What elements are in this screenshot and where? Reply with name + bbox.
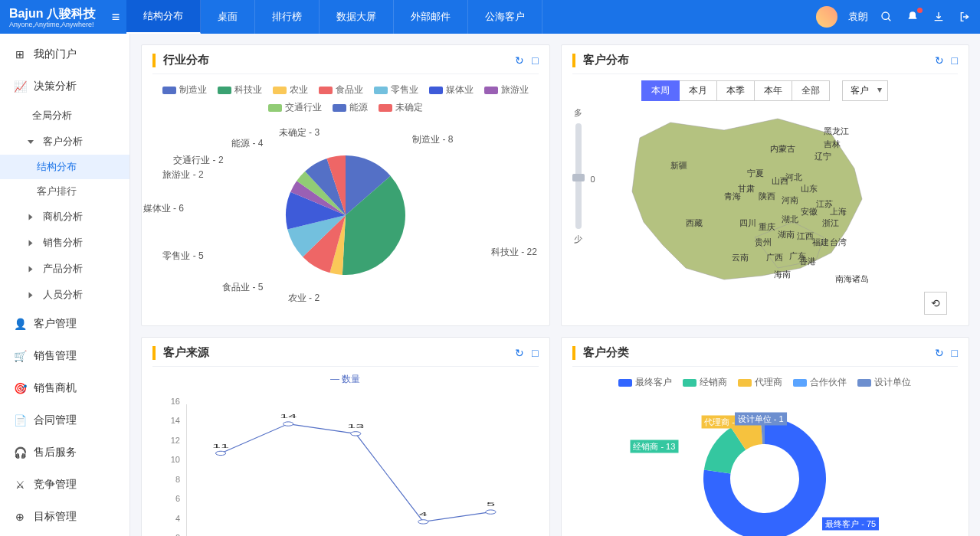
refresh-icon[interactable]: ↻ <box>515 347 524 359</box>
range-year[interactable]: 本年 <box>755 80 792 101</box>
tab-bigscreen[interactable]: 数据大屏 <box>320 0 394 34</box>
expand-icon[interactable]: □ <box>532 54 538 67</box>
legend-item[interactable]: 设计单位 <box>857 376 911 389</box>
svg-line-1 <box>888 18 890 21</box>
nav-customer-analysis[interactable]: 客户分析 <box>0 129 129 155</box>
refresh-icon[interactable]: ↻ <box>935 54 944 67</box>
file-icon: 📄 <box>14 414 26 427</box>
svg-point-36 <box>284 422 293 426</box>
tab-pool[interactable]: 公海客户 <box>468 0 542 34</box>
nav-structure[interactable]: 结构分布 <box>0 155 129 179</box>
legend-item[interactable]: 旅游业 <box>484 83 529 96</box>
nav-analysis[interactable]: 📈决策分析 <box>0 70 129 103</box>
nav-product-analysis[interactable]: 产品分析 <box>0 256 129 282</box>
pie-label: 能源 - 4 <box>231 136 263 149</box>
legend-item[interactable]: 食品业 <box>319 83 363 96</box>
range-all[interactable]: 全部 <box>792 80 830 101</box>
range-week[interactable]: 本周 <box>641 80 680 101</box>
legend-item[interactable]: 能源 <box>333 101 368 114</box>
legend-item[interactable]: 媒体业 <box>429 83 474 96</box>
legend-item[interactable]: 经销商 <box>683 376 727 389</box>
expand-icon[interactable]: □ <box>952 54 958 67</box>
line-legend: — 数量 <box>152 373 539 386</box>
line-chart: 161412108642 11141345 <box>152 389 539 536</box>
pie-label: 零售业 - 5 <box>162 249 203 262</box>
time-range: 本周 本月 本季 本年 全部 客户 <box>572 80 959 101</box>
person-icon: 👤 <box>14 318 26 330</box>
donut-label: 设计单位 - 1 <box>735 412 787 425</box>
panel-title: 行业分布 <box>163 53 515 67</box>
svg-text:宁夏: 宁夏 <box>747 168 764 178</box>
caret-down-icon <box>28 140 34 144</box>
range-quarter[interactable]: 本季 <box>717 80 755 101</box>
map-reset-icon[interactable]: ⟲ <box>924 292 947 315</box>
legend-item[interactable]: 最终客户 <box>618 376 672 389</box>
hamburger-icon[interactable]: ≡ <box>105 9 126 25</box>
svg-point-42 <box>486 510 496 514</box>
nav-compete[interactable]: ⚔竞争管理 <box>0 469 129 501</box>
nav-global[interactable]: 全局分析 <box>0 103 129 129</box>
nav-sales-analysis[interactable]: 销售分析 <box>0 230 129 256</box>
nav-portal[interactable]: ⊞我的门户 <box>0 38 129 70</box>
legend-item[interactable]: 代理商 <box>738 376 782 389</box>
panel-title: 客户来源 <box>163 345 515 360</box>
legend-item[interactable]: 制造业 <box>162 83 207 96</box>
panel-industry: 行业分布 ↻ □ 制造业科技业农业食品业零售业媒体业旅游业交通行业能源未确定 制… <box>141 44 550 326</box>
svg-text:新疆: 新疆 <box>670 161 687 170</box>
svg-text:山东: 山东 <box>801 184 818 193</box>
panel-customer-source: 客户来源 ↻ □ — 数量 161412108642 11141345 电话咨询… <box>141 337 550 536</box>
nav-person-analysis[interactable]: 人员分析 <box>0 282 129 308</box>
legend-item[interactable]: 未确定 <box>379 101 423 114</box>
donut-label: 经销商 - 13 <box>630 440 678 453</box>
username[interactable]: 袁朗 <box>848 10 868 24</box>
range-month[interactable]: 本月 <box>680 80 717 101</box>
tab-ranking[interactable]: 排行榜 <box>255 0 320 34</box>
svg-text:西藏: 西藏 <box>686 218 703 227</box>
legend-item[interactable]: 合作伙伴 <box>793 376 847 389</box>
nav-target[interactable]: ⊕目标管理 <box>0 501 129 533</box>
nav-customer-mgmt[interactable]: 👤客户管理 <box>0 308 129 340</box>
customer-select[interactable]: 客户 <box>842 80 888 101</box>
svg-text:福建: 福建 <box>812 237 829 247</box>
refresh-icon[interactable]: ↻ <box>515 54 524 67</box>
nav-customer-rank[interactable]: 客户排行 <box>0 179 129 204</box>
refresh-icon[interactable]: ↻ <box>935 347 944 359</box>
tab-desktop[interactable]: 桌面 <box>201 0 255 34</box>
pie-label: 食品业 - 5 <box>222 281 263 294</box>
download-icon[interactable] <box>931 9 946 25</box>
nav-contract[interactable]: 📄合同管理 <box>0 404 129 436</box>
density-slider[interactable]: 多 少 <box>572 107 585 245</box>
tab-structure[interactable]: 结构分布 <box>126 0 201 34</box>
svg-text:四川: 四川 <box>739 218 756 227</box>
svg-text:重庆: 重庆 <box>759 222 775 231</box>
tab-mail[interactable]: 外部邮件 <box>394 0 468 34</box>
nav-biz[interactable]: 商机分析 <box>0 204 129 230</box>
pie-label: 农业 - 2 <box>288 291 320 304</box>
svg-text:香港: 香港 <box>799 257 816 266</box>
svg-text:4: 4 <box>419 511 428 518</box>
expand-icon[interactable]: □ <box>952 347 958 359</box>
bell-icon[interactable] <box>905 9 920 25</box>
svg-text:吉林: 吉林 <box>824 139 841 149</box>
legend-item[interactable]: 科技业 <box>218 83 262 96</box>
nav-aftersale[interactable]: 🎧售后服务 <box>0 436 129 469</box>
donut-label: 最终客户 - 75 <box>822 518 879 531</box>
panel-accent <box>152 346 156 360</box>
panel-title: 客户分布 <box>583 53 935 67</box>
legend-item[interactable]: 交通行业 <box>268 101 322 114</box>
svg-text:海南: 海南 <box>774 270 791 279</box>
app-logo[interactable]: Bajun 八骏科技 Anyone,Anytime,Anywhere! <box>0 6 105 28</box>
nav-sales-opp[interactable]: 🎯销售商机 <box>0 372 129 404</box>
svg-text:辽宁: 辽宁 <box>814 152 831 161</box>
legend-item[interactable]: 零售业 <box>374 83 418 96</box>
nav-sales-mgmt[interactable]: 🛒销售管理 <box>0 340 129 372</box>
legend-item[interactable]: 农业 <box>273 83 308 96</box>
exit-icon[interactable] <box>957 9 972 25</box>
expand-icon[interactable]: □ <box>532 347 538 359</box>
user-avatar[interactable] <box>816 6 837 28</box>
search-icon[interactable] <box>879 9 894 25</box>
svg-text:11: 11 <box>212 442 229 449</box>
svg-text:14: 14 <box>280 413 297 420</box>
svg-text:内蒙古: 内蒙古 <box>770 144 795 153</box>
china-map[interactable]: 黑龙江吉林辽宁内蒙古新疆宁夏山西河北山东青海甘肃陕西河南安徽江苏上海西藏四川重庆… <box>601 107 877 291</box>
